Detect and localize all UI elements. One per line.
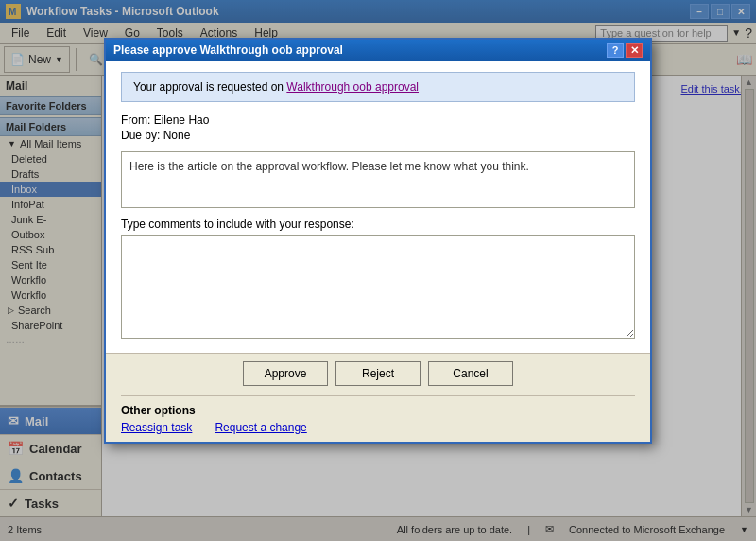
request-change-link[interactable]: Request a change [215,421,306,434]
approval-prefix: Your approval is requested on [133,80,284,94]
approval-modal: Please approve Walkthrough oob approval … [104,38,652,444]
due-value: None [163,129,191,142]
modal-title: Please approve Walkthrough oob approval [113,44,343,57]
from-label: From: [121,113,150,127]
reject-button[interactable]: Reject [335,361,421,386]
from-line: From: Eilene Hao [121,113,635,127]
modal-help-button[interactable]: ? [607,43,624,58]
cancel-button[interactable]: Cancel [428,361,513,386]
approval-link[interactable]: Walkthrough oob approval [286,80,419,94]
modal-body: Your approval is requested on Walkthroug… [106,61,650,353]
action-buttons: Approve Reject Cancel [121,361,635,386]
other-options-title: Other options [121,404,635,417]
reassign-task-link[interactable]: Reassign task [121,421,192,434]
approve-button[interactable]: Approve [243,361,328,386]
modal-title-controls: ? ✕ [607,43,643,58]
message-box: Here is the article on the approval work… [121,151,635,208]
modal-footer: Approve Reject Cancel Other options Reas… [106,353,650,442]
modal-overlay: Please approve Walkthrough oob approval … [0,0,756,541]
comments-input[interactable] [121,235,635,339]
comments-label: Type comments to include with your respo… [121,218,635,231]
other-options-links: Reassign task Request a change [121,421,635,434]
footer-divider [121,395,635,396]
due-label: Due by: [121,129,160,142]
due-line: Due by: None [121,129,635,142]
from-value: Eilene Hao [154,113,210,127]
modal-close-button[interactable]: ✕ [626,43,643,58]
message-text: Here is the article on the approval work… [129,160,529,173]
modal-title-bar: Please approve Walkthrough oob approval … [106,40,650,61]
approval-header: Your approval is requested on Walkthroug… [121,72,635,102]
